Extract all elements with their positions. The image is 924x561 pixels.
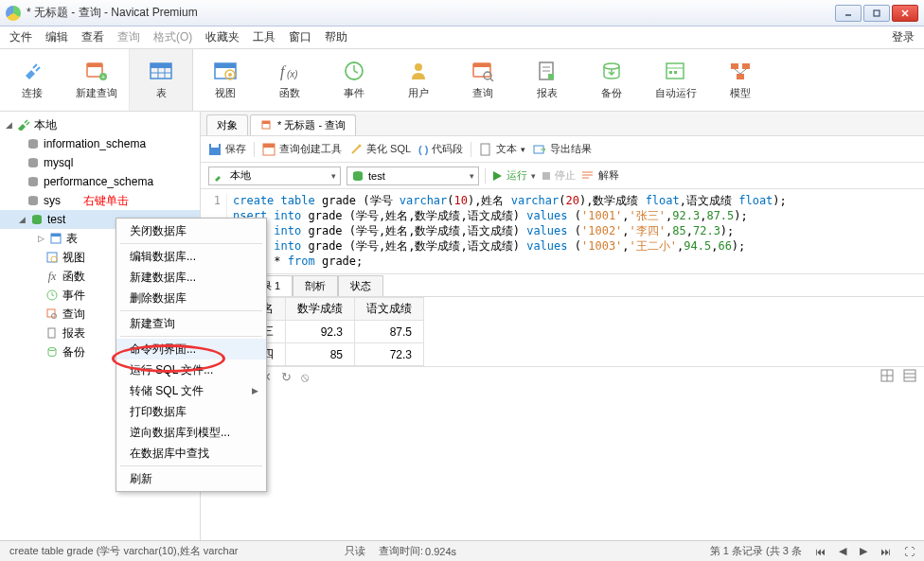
tree-db[interactable]: mysql	[0, 153, 200, 172]
tb-model-label: 模型	[730, 86, 751, 100]
menu-login[interactable]: 登录	[892, 29, 915, 45]
ctx-dump-sql[interactable]: 转储 SQL 文件▶	[116, 380, 266, 401]
svg-rect-35	[674, 71, 677, 74]
ctx-print-db[interactable]: 打印数据库	[116, 401, 266, 422]
tab-objects[interactable]: 对象	[206, 114, 248, 135]
menu-file[interactable]: 文件	[9, 29, 32, 45]
tree-events-label: 事件	[62, 288, 85, 304]
view-icon	[212, 60, 239, 82]
save-button[interactable]: 保存	[208, 142, 246, 156]
text-button[interactable]: 文本 ▾	[479, 142, 525, 156]
svg-rect-34	[669, 71, 672, 74]
tb-user[interactable]: 用户	[386, 49, 451, 111]
svg-rect-62	[542, 172, 550, 180]
grid-view-icon[interactable]	[880, 369, 894, 385]
tree-connection[interactable]: ◢ 本地	[0, 115, 200, 134]
database-combo-value: test	[368, 170, 385, 182]
beautify-button[interactable]: 美化 SQL	[349, 142, 411, 156]
database-icon	[351, 170, 364, 182]
backup-icon	[45, 345, 59, 359]
tb-backup[interactable]: 备份	[579, 49, 644, 111]
refresh-icon[interactable]: ↻	[281, 370, 292, 384]
menu-window[interactable]: 窗口	[289, 29, 311, 45]
ctx-find-in-db[interactable]: 在数据库中查找	[116, 443, 266, 464]
ctx-delete-db[interactable]: 删除数据库	[116, 288, 266, 308]
svg-rect-1	[874, 10, 880, 16]
ctx-refresh[interactable]: 刷新	[116, 468, 266, 489]
svg-rect-14	[215, 63, 236, 68]
tb-report[interactable]: 报表	[515, 49, 579, 111]
menu-view[interactable]: 查看	[81, 29, 104, 45]
paren-button[interactable]: ( )代码段	[418, 142, 463, 156]
export-button[interactable]: 导出结果	[533, 142, 592, 156]
result-grid[interactable]: 姓名 数学成绩 语文成绩 张三 92.3 87.5 李四 85 72.3	[201, 297, 924, 366]
close-button[interactable]	[892, 5, 918, 22]
automation-icon	[663, 60, 689, 82]
explain-button[interactable]: 解释	[581, 168, 619, 183]
col-header[interactable]: 数学成绩	[286, 298, 355, 321]
function-icon: f(x)	[276, 60, 303, 82]
backup-icon	[598, 60, 625, 82]
tree-functions-label: 函数	[62, 269, 85, 285]
ctx-cli[interactable]: 命令列界面...	[116, 339, 266, 359]
report-icon	[534, 60, 560, 82]
stop-icon	[542, 171, 551, 181]
ctx-reverse-model[interactable]: 逆向数据库到模型...	[116, 422, 266, 443]
tb-function[interactable]: f(x) 函数	[258, 49, 322, 111]
tb-connect[interactable]: 连接	[0, 49, 64, 111]
sql-editor[interactable]: 1 create table grade (学号 varchar(10),姓名 …	[201, 189, 924, 274]
tab-untitled-query[interactable]: * 无标题 - 查询	[250, 114, 356, 135]
tb-model[interactable]: 模型	[708, 49, 773, 111]
svg-rect-60	[481, 144, 489, 155]
tb-query[interactable]: 查询	[451, 49, 515, 111]
connection-combo[interactable]: 本地▾	[208, 167, 341, 185]
doc-icon	[479, 143, 492, 156]
prev-record-icon[interactable]: ◀	[839, 545, 846, 557]
ctx-close-db[interactable]: 关闭数据库	[116, 220, 266, 241]
tree-db[interactable]: sys右键单击	[0, 191, 200, 210]
status-records: 第 1 条记录 (共 3 条	[710, 544, 802, 558]
database-icon	[27, 138, 40, 149]
menu-format[interactable]: 格式(O)	[153, 29, 192, 45]
minimize-button[interactable]	[835, 5, 862, 22]
save-icon	[208, 143, 222, 156]
maximize-button[interactable]	[863, 5, 890, 22]
svg-point-59	[359, 144, 362, 147]
ctx-new-query[interactable]: 新建查询	[116, 313, 266, 334]
report-icon	[45, 326, 59, 340]
tab-profile[interactable]: 剖析	[293, 275, 338, 296]
expand-icon[interactable]: ⛶	[904, 546, 915, 557]
form-view-icon[interactable]	[903, 369, 916, 385]
first-record-icon[interactable]: ⏮	[815, 546, 826, 557]
run-button[interactable]: 运行 ▾	[491, 168, 536, 183]
tb-table[interactable]: 表	[129, 49, 193, 111]
tree-db[interactable]: performance_schema	[0, 172, 200, 191]
ctx-run-sql[interactable]: 运行 SQL 文件...	[116, 359, 266, 380]
query-builder-button[interactable]: 查询创建工具	[262, 142, 342, 156]
svg-rect-42	[51, 234, 61, 237]
stop-button[interactable]: 停止	[542, 168, 576, 183]
svg-point-16	[228, 73, 232, 77]
tb-event[interactable]: 事件	[322, 49, 386, 111]
stop-icon[interactable]: ⦸	[301, 370, 309, 385]
tb-event-label: 事件	[344, 86, 364, 100]
last-record-icon[interactable]: ⏭	[880, 546, 891, 557]
col-header[interactable]: 语文成绩	[355, 298, 424, 321]
tb-view[interactable]: 视图	[193, 49, 258, 111]
menu-help[interactable]: 帮助	[325, 29, 347, 45]
menu-edit[interactable]: 编辑	[45, 29, 68, 45]
connection-selector-row: 本地▾ test▾ 运行 ▾ 停止 解释	[201, 163, 924, 189]
tb-query-label: 查询	[472, 86, 493, 100]
database-combo[interactable]: test▾	[346, 167, 479, 185]
menu-tools[interactable]: 工具	[253, 29, 275, 45]
ctx-new-db[interactable]: 新建数据库...	[116, 267, 266, 288]
ctx-edit-db[interactable]: 编辑数据库...	[116, 246, 266, 267]
svg-point-31	[604, 63, 619, 69]
next-record-icon[interactable]: ▶	[860, 545, 867, 557]
tb-new-query[interactable]: + 新建查询	[64, 49, 129, 111]
tb-automation[interactable]: 自动运行	[644, 49, 708, 111]
menu-favorites[interactable]: 收藏夹	[205, 29, 240, 45]
tree-db[interactable]: information_schema	[0, 134, 200, 153]
menu-query[interactable]: 查询	[117, 29, 140, 45]
tab-status[interactable]: 状态	[338, 275, 383, 296]
